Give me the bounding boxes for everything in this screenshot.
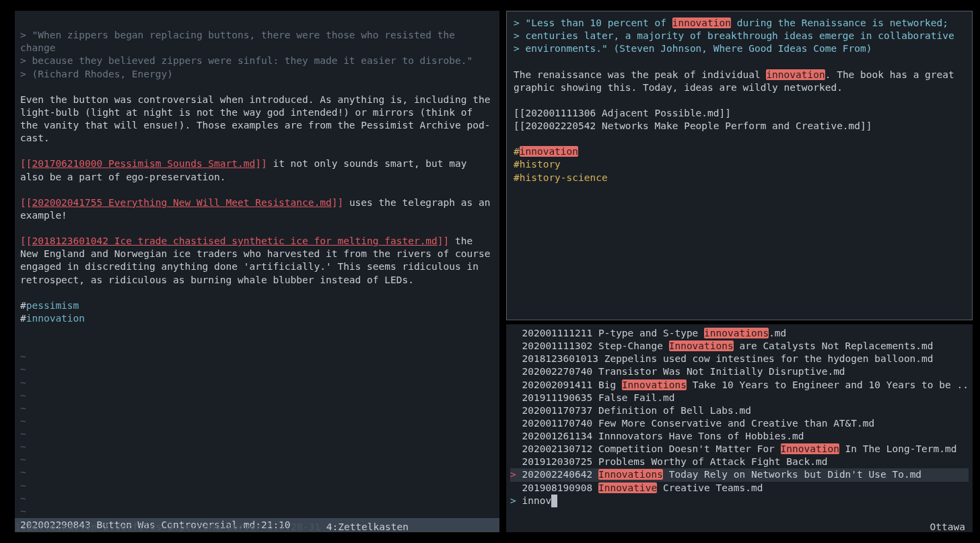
wiki-link[interactable]: [[202002220542 Networks Make People Perf…: [514, 120, 965, 133]
fzf-result-line[interactable]: 201908190908 Innovative Creative Teams.m…: [510, 482, 969, 495]
wiki-link[interactable]: [[202001111306 Adjacent Possible.md]]: [514, 107, 965, 120]
fzf-results[interactable]: 202001111211 P-type and S-type innovatio…: [506, 324, 973, 532]
tag[interactable]: innovation: [26, 313, 85, 324]
fzf-result-line[interactable]: 201912030725 Problems Worthy of Attack F…: [510, 456, 969, 468]
wiki-link[interactable]: 202002041755 Everything New Will Meet Re…: [32, 197, 331, 208]
fzf-result-line[interactable]: 202001170737 Definition of Bell Labs.md: [510, 404, 969, 417]
paragraph: Even the button was controversial when i…: [20, 94, 496, 143]
fzf-result-line[interactable]: 202001261134 Innnovators Have Tons of Ho…: [510, 430, 969, 443]
filler-tilde: ~: [15, 441, 499, 454]
quote-line: > because they believed zippers were sin…: [20, 55, 473, 66]
filler-tilde: ~: [15, 402, 499, 415]
tmux-window-active[interactable]: 4:Zettelkasten: [326, 521, 409, 532]
filler-tilde: ~: [15, 363, 499, 376]
paragraph: The renaissance was the peak of individu…: [514, 69, 965, 94]
fzf-result-line[interactable]: 202001170740 Few More Conservative and C…: [510, 417, 969, 430]
filler-tilde: ~: [15, 466, 499, 479]
filler-tilde: ~: [15, 377, 499, 390]
filler-tilde: ~: [15, 390, 499, 402]
filler-tilde: ~: [15, 351, 499, 363]
left-editor-pane[interactable]: > "When zippers began replacing buttons,…: [15, 11, 499, 532]
left-buffer[interactable]: > "When zippers began replacing buttons,…: [15, 16, 499, 351]
quote-line: > "When zippers began replacing buttons,…: [20, 30, 461, 53]
fzf-result-line[interactable]: 201911190635 False Fail.md: [510, 392, 969, 404]
tmux-status-bar: 1:Zettelkasten 2:dotfiles 3:percona-serv…: [15, 518, 965, 534]
fzf-result-line[interactable]: 202001111211 P-type and S-type innovatio…: [510, 327, 969, 340]
fzf-prompt-line[interactable]: > innov: [510, 495, 969, 507]
wiki-link[interactable]: 201706210000 Pessimism Sounds Smart.md: [32, 158, 255, 169]
quote-line: > environments." (Steven Johnson, Where …: [514, 42, 965, 55]
fzf-result-line[interactable]: 202002091411 Big Innovations Take 10 Yea…: [510, 379, 969, 392]
tag[interactable]: pessimism: [26, 300, 79, 311]
filler-tilde: ~: [15, 415, 499, 428]
quote-line: > "Less than 10 percent of innovation du…: [514, 17, 965, 30]
wiki-link[interactable]: 2018123601042 Ice trade chastised synthe…: [32, 236, 437, 246]
preview-pane[interactable]: > "Less than 10 percent of innovation du…: [506, 11, 973, 320]
filler-tilde: ~: [15, 493, 499, 505]
filler-tilde: ~: [15, 454, 499, 466]
tmux-window[interactable]: 3:percona-server-5.7.28-31: [168, 521, 320, 532]
tag[interactable]: #history-science: [514, 172, 965, 184]
quote-line: > centuries later, a majority of breakth…: [514, 30, 965, 42]
filler-tilde: ~: [15, 480, 499, 493]
fzf-result-line[interactable]: 202002130712 Competition Doesn't Matter …: [510, 443, 969, 456]
fzf-result-line[interactable]: 202001111302 Step-Change Innovations are…: [510, 340, 969, 353]
tag[interactable]: #history: [514, 158, 965, 171]
fzf-result-line[interactable]: 2018123601013 Zeppelins used cow intesti…: [510, 353, 969, 365]
tmux-location: Ottawa: [930, 521, 965, 534]
tmux-window[interactable]: 2:dotfiles: [103, 521, 162, 532]
fzf-result-line[interactable]: > 202002240642 Innovations Today Rely on…: [510, 468, 969, 481]
quote-line: > (Richard Rhodes, Energy): [20, 69, 173, 79]
tmux-window[interactable]: 1:Zettelkasten: [15, 521, 97, 532]
fzf-result-line[interactable]: 202002270740 Transistor Was Not Initiall…: [510, 365, 969, 378]
filler-tilde: ~: [15, 505, 499, 518]
tag[interactable]: #innovation: [514, 145, 965, 158]
filler-tilde: ~: [15, 428, 499, 441]
